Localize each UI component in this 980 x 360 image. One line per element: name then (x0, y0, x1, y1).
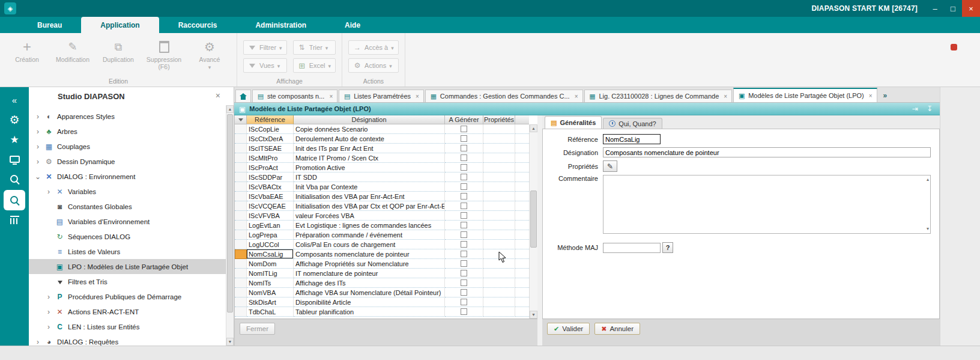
cell-designation[interactable]: Affichage des ITs (294, 278, 445, 288)
document-tab[interactable]: Commandes : Gestion des Commandes C... × (425, 90, 583, 102)
table-row[interactable]: LogEvtLan Evt Logistique : lignes de com… (235, 221, 529, 230)
cell-proprietes[interactable] (483, 288, 515, 297)
details-tab[interactable]: Généralités (545, 116, 602, 129)
tab-close-icon[interactable]: × (724, 93, 727, 100)
fermer-button[interactable]: Fermer (240, 323, 275, 335)
cell-reference[interactable]: IScVbaEAE (247, 192, 294, 201)
tree-expand-arrow[interactable]: › (46, 188, 52, 196)
table-row[interactable]: IScCopLie Copie données Scenario (235, 124, 529, 134)
cell-reference[interactable]: TdbChaL (247, 307, 294, 317)
row-selector[interactable] (235, 144, 247, 153)
cell-reference[interactable]: IScVBACtx (247, 182, 294, 192)
tree-expand-arrow[interactable]: › (35, 338, 41, 346)
tab-overflow-button[interactable]: » (883, 91, 888, 100)
cell-designation[interactable]: Préparation commande / événement (294, 230, 445, 240)
agenerer-checkbox[interactable] (461, 174, 467, 180)
cell-reference[interactable]: LogPrepa (247, 230, 294, 240)
valider-button[interactable]: Valider (547, 323, 590, 335)
menu-tab[interactable]: Bureau (18, 17, 81, 33)
document-tab[interactable]: Modèles de Liste Partagée Objet (LPO) × (733, 88, 877, 102)
row-selector[interactable] (235, 249, 247, 259)
agenerer-checkbox[interactable] (461, 231, 467, 238)
agenerer-checkbox[interactable] (461, 270, 467, 276)
table-row[interactable]: IScVCQEAE Initialisation des VBA par Ctx… (235, 201, 529, 211)
row-selector[interactable] (235, 230, 247, 240)
cell-designation[interactable]: Disponibilité Article (294, 297, 445, 307)
cell-proprietes[interactable] (483, 278, 515, 288)
cell-proprietes[interactable] (483, 307, 515, 317)
table-row[interactable]: NomITs Affichage des ITs (235, 278, 529, 288)
agenerer-checkbox[interactable] (461, 241, 467, 248)
tab-home[interactable] (235, 90, 251, 102)
table-row[interactable]: IScVFVBA valeur Forcées VBA (235, 211, 529, 221)
tree-item[interactable]: › Variables (29, 184, 226, 199)
dock-right-icon[interactable] (910, 105, 921, 113)
help-button[interactable]: ? (662, 242, 673, 253)
cell-reference[interactable]: IScCtxDerA (247, 134, 294, 144)
table-row[interactable]: NomDom Affichage Propriétés sur Nomencla… (235, 259, 529, 269)
tab-close-icon[interactable]: × (329, 93, 333, 100)
tree-expand-arrow[interactable]: › (46, 323, 52, 331)
column-header-designation[interactable]: Désignation (294, 115, 445, 124)
tree-item[interactable]: › Dessin Dynamique (29, 154, 226, 169)
cell-proprietes[interactable] (483, 172, 515, 182)
cell-designation[interactable]: Deroulement Auto de contexte (294, 134, 445, 144)
agenerer-checkbox[interactable] (461, 251, 467, 257)
agenerer-checkbox[interactable] (461, 154, 467, 161)
row-selector[interactable] (235, 221, 247, 230)
tab-close-icon[interactable]: × (416, 93, 419, 100)
table-row[interactable]: IScSDDPar IT SDD (235, 172, 529, 182)
row-selector[interactable] (235, 134, 247, 144)
cell-proprietes[interactable] (483, 240, 515, 249)
cell-reference[interactable]: NomDom (247, 259, 294, 269)
table-row[interactable]: LogUCCol Colis/Pal En cours de chargemen… (235, 240, 529, 249)
row-selector[interactable] (235, 278, 247, 288)
cell-reference[interactable]: IScSDDPar (247, 172, 294, 182)
cell-proprietes[interactable] (483, 297, 515, 307)
tree-item[interactable]: › DIALOG : Requêtes (29, 334, 226, 346)
agenerer-checkbox[interactable] (461, 135, 467, 142)
table-row[interactable]: IScVBACtx Init Vba par Contexte (235, 182, 529, 192)
row-selector[interactable] (235, 211, 247, 221)
cell-designation[interactable]: IT nomenclature de pointeur (294, 269, 445, 278)
ribbon-button[interactable]: Suppression (F6) (143, 37, 185, 72)
ribbon-pin-icon[interactable] (951, 44, 957, 50)
cell-proprietes[interactable] (483, 163, 515, 172)
cell-designation[interactable]: Init des ITs par Enr Act Ent (294, 144, 445, 153)
strip-button[interactable] (4, 130, 25, 148)
cell-designation[interactable]: Matrice IT Promo / Scen Ctx (294, 153, 445, 163)
scrollbar-down-icon[interactable]: ▼ (530, 311, 537, 319)
cell-proprietes[interactable] (483, 134, 515, 144)
tree-item[interactable]: › Procédures Publiques de Démarrage (29, 289, 226, 304)
strip-button[interactable] (4, 170, 25, 188)
table-row[interactable]: StkDisArt Disponibilité Article (235, 297, 529, 307)
agenerer-checkbox[interactable] (461, 145, 467, 151)
agenerer-checkbox[interactable] (461, 222, 467, 228)
tree-item[interactable]: › Arbres (29, 124, 226, 139)
scrollbar-thumb[interactable] (530, 191, 537, 248)
tree-item[interactable]: › LEN : Listes sur Entités (29, 319, 226, 334)
row-selector[interactable] (235, 124, 247, 134)
tree-item[interactable]: Listes de Valeurs (29, 244, 226, 259)
strip-button[interactable] (4, 91, 25, 109)
cell-designation[interactable]: Initialisation des VBA par Enr-Act-Ent (294, 192, 445, 201)
cell-designation[interactable]: Colis/Pal En cours de chargement (294, 240, 445, 249)
row-selector[interactable] (235, 259, 247, 269)
ribbon-button[interactable]: Duplication (97, 37, 139, 72)
cell-proprietes[interactable] (483, 230, 515, 240)
tree-scrollbar[interactable]: ▲ ▼ (226, 105, 234, 346)
tree-expand-arrow[interactable]: › (46, 308, 52, 316)
strip-button[interactable] (4, 190, 25, 210)
ribbon-button[interactable]: Modification (52, 37, 94, 72)
cell-reference[interactable]: IScVFVBA (247, 211, 294, 221)
reference-input[interactable] (603, 134, 661, 144)
tree-item[interactable]: › Couplages (29, 139, 226, 154)
cell-proprietes[interactable] (483, 144, 515, 153)
menu-tab[interactable]: Aide (325, 17, 380, 33)
agenerer-checkbox[interactable] (461, 203, 467, 209)
scrollbar-up-icon[interactable]: ▲ (226, 105, 234, 113)
row-selector[interactable] (235, 182, 247, 192)
table-row[interactable]: IScITSEAE Init des ITs par Enr Act Ent (235, 144, 529, 153)
agenerer-checkbox[interactable] (461, 308, 467, 315)
document-tab[interactable]: Lig. C231100028 : Lignes de Commande × (584, 90, 733, 102)
